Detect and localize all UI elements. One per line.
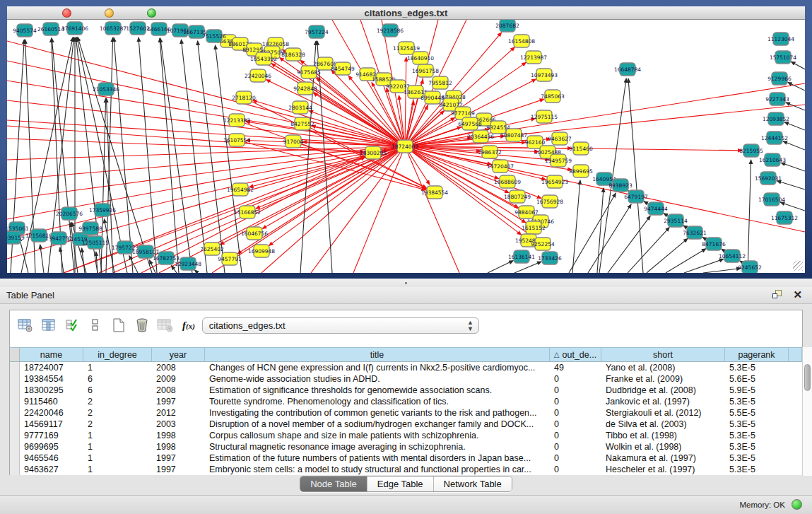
graph-node-11675312[interactable]: 11675312: [771, 211, 798, 224]
graph-node-9474444[interactable]: 9474444: [644, 202, 668, 215]
graph-node-16756928[interactable]: 16756928: [536, 195, 563, 208]
graph-node-9245652[interactable]: 9245652: [738, 261, 762, 273]
graph-node-10653287[interactable]: 10653287: [100, 22, 126, 35]
graph-node-7632621[interactable]: 7632621: [683, 226, 707, 239]
close-window-icon[interactable]: [62, 8, 71, 18]
graph-node-16961758[interactable]: 16961758: [412, 64, 439, 77]
column-header-in_degree[interactable]: in_degree: [83, 348, 152, 361]
column-header-pagerank[interactable]: pagerank: [725, 348, 789, 361]
svg-text:15751074: 15751074: [770, 54, 796, 61]
table-select-dropdown[interactable]: citations_edges.txt ▲▼: [202, 317, 479, 334]
table-row[interactable]: 1872400712008Changes of HCN gene express…: [10, 362, 802, 373]
split-divider[interactable]: [0, 279, 812, 287]
new-table-icon[interactable]: [110, 316, 128, 334]
column-chooser-icon[interactable]: [40, 316, 58, 334]
graph-node-19218586[interactable]: 19218586: [377, 24, 404, 37]
table-settings-icon[interactable]: [16, 316, 35, 334]
graph-node-10688609[interactable]: 10688609: [494, 175, 521, 188]
table-row[interactable]: 1938455462009Genome-wide association stu…: [10, 373, 802, 385]
svg-text:10688609: 10688609: [494, 179, 521, 185]
tab-edge-table[interactable]: Edge Table: [367, 477, 434, 491]
graph-node-12213987[interactable]: 12213987: [520, 51, 547, 64]
table-cell: 5.3E-5: [725, 396, 789, 407]
network-window-titlebar[interactable]: citations_edges.txt: [7, 6, 805, 20]
graph-node-9457791[interactable]: 9457791: [218, 252, 242, 265]
graph-node-17016504[interactable]: 17016504: [758, 193, 785, 206]
close-panel-icon[interactable]: ✕: [793, 289, 802, 300]
svg-text:19654923: 19654923: [541, 179, 568, 185]
graph-node-26160514[interactable]: 26160514: [37, 23, 64, 35]
table-row[interactable]: 1456911722003Disruption of a novel membe…: [10, 419, 802, 430]
graph-node-16210643[interactable]: 16210643: [759, 153, 786, 166]
network-canvas[interactable]: 1872400776638228860123891295418226058982…: [7, 20, 805, 273]
graph-node-9405574[interactable]: 9405574: [13, 24, 37, 37]
column-header-short[interactable]: short: [601, 348, 725, 361]
table-row[interactable]: 977716911998Corpus callosum shape and si…: [10, 430, 802, 441]
graph-node-8186328[interactable]: 8186328: [281, 48, 305, 61]
graph-node-7955812[interactable]: 7955812: [428, 76, 452, 89]
graph-node-8215955[interactable]: 8215955: [739, 144, 763, 157]
table-vertical-scrollbar[interactable]: [802, 347, 812, 476]
graph-node-19654923[interactable]: 19654923: [541, 175, 568, 188]
canvas-resize-grip[interactable]: [793, 261, 803, 271]
graph-node-9115460[interactable]: 9115460: [569, 142, 593, 155]
graph-node-8899695[interactable]: 8899695: [569, 165, 593, 177]
graph-node-12093852[interactable]: 12093852: [763, 112, 789, 125]
svg-text:1527602: 1527602: [126, 25, 150, 32]
minimize-window-icon[interactable]: [105, 8, 114, 18]
graph-node-917004[interactable]: 917004: [283, 135, 304, 148]
graph-node-11123044[interactable]: 11123044: [767, 33, 794, 45]
column-header-title[interactable]: title: [205, 348, 550, 361]
graph-node-6479197[interactable]: 6479197: [624, 190, 648, 203]
graph-node-12975115[interactable]: 12975115: [531, 110, 558, 123]
table-row[interactable]: 1830029562008Estimation of significance …: [10, 385, 802, 396]
graph-node-15751074[interactable]: 15751074: [770, 51, 796, 64]
select-all-rows-icon[interactable]: [63, 316, 81, 334]
graph-node-2087682[interactable]: 2087682: [495, 20, 519, 32]
tab-node-table[interactable]: Node Table: [300, 477, 367, 491]
graph-node-2935114[interactable]: 2935114: [664, 214, 688, 227]
table-row[interactable]: 911546021997Tourette syndrome. Phenomeno…: [10, 396, 802, 407]
graph-node-19654982[interactable]: 19654982: [227, 183, 254, 196]
function-builder-icon[interactable]: f(x): [182, 320, 195, 332]
graph-node-1733426[interactable]: 1733426: [538, 252, 562, 264]
column-header-name[interactable]: name: [20, 348, 83, 361]
graph-node-7485063[interactable]: 7485063: [541, 90, 565, 103]
graph-node-16154808[interactable]: 16154808: [508, 35, 535, 47]
float-panel-icon[interactable]: [772, 289, 783, 300]
column-header-year[interactable]: year: [152, 348, 205, 361]
graph-node-37691406[interactable]: 37691406: [61, 22, 88, 35]
table-row[interactable]: 2242004622012Investigating the contribut…: [10, 407, 802, 419]
table-header-row[interactable]: namein_degreeyeartitle△out_de...shortpag…: [10, 347, 802, 362]
table-row[interactable]: 946554611997Estimation of the future num…: [10, 452, 802, 464]
graph-node-7957224[interactable]: 7957224: [305, 25, 329, 38]
row-height-icon[interactable]: [86, 316, 105, 334]
delete-table-icon[interactable]: [133, 316, 151, 334]
table-cell: de Silva et al. (2003): [601, 419, 725, 430]
table-cell: 1998: [152, 430, 205, 441]
delete-columns-icon[interactable]: [156, 316, 175, 334]
table-row[interactable]: 969969511998Structural magnetic resonanc…: [10, 441, 802, 452]
tab-network-table[interactable]: Network Table: [434, 477, 512, 491]
table-row[interactable]: 946362711997Embryonic stem cells: a mode…: [10, 464, 802, 475]
scrollbar-thumb[interactable]: [804, 364, 811, 391]
graph-node-16648784[interactable]: 16648784: [614, 63, 641, 76]
zoom-window-icon[interactable]: [147, 8, 156, 18]
graph-node-15720407[interactable]: 15720407: [487, 160, 514, 173]
graph-node-12444152[interactable]: 12444152: [761, 132, 788, 144]
graph-node-12213383[interactable]: 12213383: [223, 114, 250, 127]
graph-node-10654112[interactable]: 10654112: [719, 250, 746, 262]
graph-node-9463627[interactable]: 9463627: [548, 132, 572, 145]
graph-node-9129966[interactable]: 9129966: [767, 72, 792, 85]
column-header-gutter[interactable]: [10, 348, 20, 361]
citation-network-graph[interactable]: 1872400776638228860123891295418226058982…: [7, 20, 805, 273]
graph-node-15166852[interactable]: 15166852: [234, 206, 261, 218]
column-header-out_de[interactable]: △out_de...: [550, 348, 601, 361]
column-header-gutter[interactable]: [789, 348, 802, 361]
graph-node-15692031[interactable]: 15692031: [755, 172, 782, 185]
svg-text:16046756: 16046756: [241, 230, 268, 237]
graph-node-1527602[interactable]: 1527602: [126, 22, 150, 35]
table-cell: 9115460: [20, 396, 83, 407]
graph-node-21053346[interactable]: 21053346: [93, 83, 119, 95]
graph-node-9227343[interactable]: 9227343: [765, 93, 789, 105]
